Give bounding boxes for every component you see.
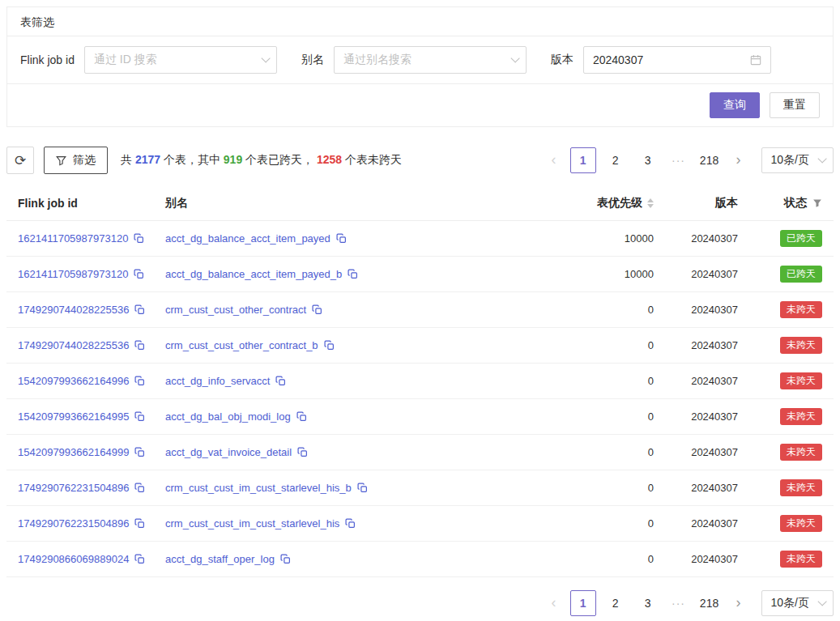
reset-button[interactable]: 重置 (770, 92, 820, 118)
header-priority[interactable]: 表优先级 (547, 196, 654, 211)
version-date-picker[interactable] (583, 46, 771, 74)
cell-version: 20240307 (654, 339, 738, 351)
bottom-bar: ‹ 1 2 3 ··· 218 › 10条/页 (6, 590, 834, 616)
flink-job-id-link[interactable]: 1542097993662164995 (18, 410, 129, 423)
copy-icon[interactable] (134, 233, 144, 244)
page-button-1[interactable]: 1 (570, 590, 596, 616)
prev-page-button[interactable]: ‹ (544, 147, 564, 173)
status-badge: 未跨天 (780, 551, 822, 568)
copy-icon[interactable] (134, 411, 145, 422)
copy-icon[interactable] (296, 411, 307, 422)
flink-job-id-link[interactable]: 1749290866069889024 (18, 553, 129, 565)
cell-alias: crm_cust_cust_im_cust_starlevel_his_b (165, 482, 547, 494)
copy-icon[interactable] (134, 518, 145, 529)
filter-toggle-button[interactable]: 筛选 (44, 147, 108, 174)
alias-link[interactable]: acct_dg_balance_acct_item_payed_b (165, 268, 342, 280)
copy-icon[interactable] (297, 447, 308, 457)
page-button-2[interactable]: 2 (603, 590, 629, 616)
page-size-select[interactable]: 10条/页 (761, 147, 834, 173)
alias-link[interactable]: acct_dg_staff_oper_log (165, 553, 275, 565)
flink-job-id-link[interactable]: 1749290744028225536 (18, 339, 129, 351)
page-size-select[interactable]: 10条/页 (761, 590, 834, 616)
next-page-button[interactable]: › (729, 590, 748, 616)
cell-alias: crm_cust_cust_im_cust_starlevel_his (165, 517, 547, 530)
cell-flink-job-id: 1749290762231504896 (6, 482, 165, 494)
alias-select[interactable]: 通过别名搜索 (334, 46, 527, 74)
copy-icon[interactable] (357, 483, 368, 493)
filter-funnel-icon[interactable] (812, 198, 822, 208)
copy-icon[interactable] (312, 304, 322, 315)
flink-job-id-link[interactable]: 1621411705987973120 (18, 232, 128, 245)
cell-flink-job-id: 1749290866069889024 (6, 553, 165, 565)
cell-version: 20240307 (654, 446, 738, 458)
page-size-value: 10条/页 (771, 596, 809, 610)
copy-icon[interactable] (324, 340, 335, 351)
alias-link[interactable]: acct_dg_bal_obj_modi_log (165, 410, 291, 423)
page-ellipsis[interactable]: ··· (667, 154, 690, 167)
cell-priority: 0 (547, 339, 654, 351)
cell-priority: 0 (547, 482, 654, 494)
cell-status: 未跨天 (738, 444, 834, 461)
header-flink-job-id[interactable]: Flink job id (6, 197, 165, 210)
page-ellipsis[interactable]: ··· (667, 597, 690, 610)
table-row: 1542097993662164999acct_dg_vat_invoice_d… (6, 435, 834, 470)
copy-icon[interactable] (345, 518, 356, 529)
header-alias[interactable]: 别名 (165, 196, 547, 211)
flink-job-id-link[interactable]: 1621411705987973120 (18, 268, 128, 280)
alias-link[interactable]: crm_cust_cust_im_cust_starlevel_his (165, 517, 339, 530)
page-size-value: 10条/页 (771, 153, 809, 168)
alias-link[interactable]: crm_cust_cust_im_cust_starlevel_his_b (165, 482, 352, 494)
copy-icon[interactable] (134, 483, 145, 493)
flink-job-id-link[interactable]: 1749290762231504896 (18, 482, 129, 494)
copy-icon[interactable] (348, 269, 358, 279)
copy-icon[interactable] (134, 304, 145, 315)
version-date-input[interactable] (593, 53, 731, 66)
refresh-button[interactable]: ⟳ (6, 147, 34, 174)
prev-page-button[interactable]: ‹ (544, 590, 564, 616)
field-version: 版本 (551, 46, 771, 74)
alias-link[interactable]: crm_cust_cust_other_contract (165, 304, 306, 316)
table-body: 1621411705987973120acct_dg_balance_acct_… (6, 221, 834, 577)
table-row: 1749290762231504896crm_cust_cust_im_cust… (6, 506, 834, 542)
header-version[interactable]: 版本 (654, 196, 738, 211)
copy-icon[interactable] (280, 554, 291, 564)
cell-status: 已跨天 (738, 230, 834, 247)
chevron-down-icon (817, 154, 826, 163)
cell-version: 20240307 (654, 482, 738, 494)
copy-icon[interactable] (134, 340, 145, 351)
copy-icon[interactable] (134, 554, 145, 564)
page-button-last[interactable]: 218 (697, 147, 723, 173)
page-button-2[interactable]: 2 (603, 147, 629, 173)
page-button-last[interactable]: 218 (697, 590, 723, 616)
table-row: 1749290762231504896crm_cust_cust_im_cust… (6, 470, 834, 506)
filter-card: 表筛选 Flink job id 通过 ID 搜索 别名 通过别名搜索 版本 查… (6, 6, 834, 127)
flink-job-id-select[interactable]: 通过 ID 搜索 (84, 46, 277, 74)
table-row: 1749290744028225536crm_cust_cust_other_c… (6, 292, 834, 328)
copy-icon[interactable] (134, 269, 144, 279)
flink-job-id-link[interactable]: 1542097993662164996 (18, 375, 129, 387)
alias-link[interactable]: acct_dg_balance_acct_item_payed (165, 232, 330, 245)
flink-job-id-link[interactable]: 1542097993662164999 (18, 446, 129, 458)
alias-link[interactable]: acct_dg_vat_invoice_detail (165, 446, 292, 458)
header-status[interactable]: 状态 (738, 196, 834, 211)
alias-link[interactable]: acct_dg_info_servacct (165, 375, 270, 387)
page-button-1[interactable]: 1 (570, 147, 596, 173)
copy-icon[interactable] (134, 447, 145, 457)
alias-link[interactable]: crm_cust_cust_other_contract_b (165, 339, 318, 351)
cell-priority: 10000 (547, 268, 654, 280)
copy-icon[interactable] (275, 376, 286, 386)
next-page-button[interactable]: › (729, 147, 748, 173)
table-row: 1621411705987973120acct_dg_balance_acct_… (6, 221, 834, 257)
copy-icon[interactable] (336, 233, 347, 244)
page-button-3[interactable]: 3 (635, 590, 661, 616)
status-badge: 已跨天 (780, 266, 822, 283)
status-badge: 已跨天 (780, 230, 822, 247)
flink-job-id-link[interactable]: 1749290762231504896 (18, 517, 129, 530)
query-button[interactable]: 查询 (710, 92, 760, 118)
flink-job-id-link[interactable]: 1749290744028225536 (18, 304, 129, 316)
sort-icon[interactable] (647, 198, 654, 208)
cell-priority: 0 (547, 553, 654, 565)
table-row: 1542097993662164996acct_dg_info_servacct… (6, 364, 834, 399)
copy-icon[interactable] (134, 376, 145, 386)
page-button-3[interactable]: 3 (635, 147, 661, 173)
